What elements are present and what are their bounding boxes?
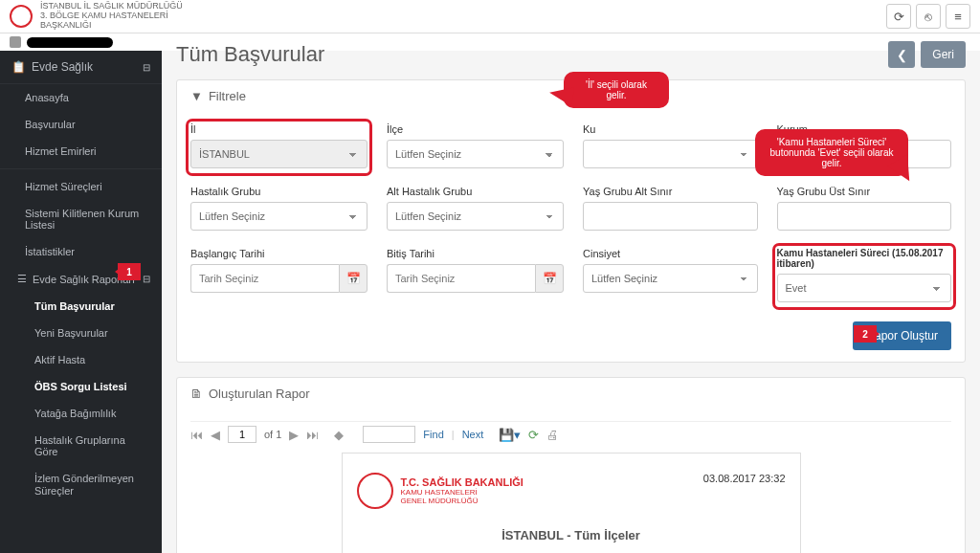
main-content: Tüm Başvurular ❮ Geri 'İl' seçili olarak… <box>162 33 980 553</box>
sidebar-item-aktif-hasta[interactable]: Aktif Hasta <box>0 346 162 373</box>
org-text: İSTANBUL İL SAĞLIK MÜDÜRLÜĞÜ 3. BÖLGE KA… <box>40 2 183 31</box>
label-kurumturu: Ku <box>583 123 758 135</box>
report-org-line1: T.C. SAĞLIK BAKANLIĞI <box>401 476 523 488</box>
first-page-icon[interactable]: ⏮ <box>190 428 203 442</box>
prev-page-icon[interactable]: ◀ <box>211 428 220 442</box>
label-baslangic: Başlangıç Tarihi <box>190 248 368 259</box>
export-icon[interactable]: 💾▾ <box>499 428 521 442</box>
sidebar-item-istatistikler[interactable]: İstatistikler <box>0 238 162 265</box>
label-ilce: İlçe <box>387 123 564 135</box>
avatar <box>10 36 21 48</box>
select-hastalik[interactable]: Lütfen Seçiniz <box>190 202 368 231</box>
filter-panel: ▼ Filtrele İl İSTANBUL İlçe Lütfen Seçin… <box>176 79 966 363</box>
input-yasalt[interactable] <box>583 202 758 231</box>
report-title: İSTANBUL - Tüm İlçeler <box>357 528 786 542</box>
report-panel-header: 🗎 Oluşturulan Rapor <box>177 378 965 409</box>
sidebar-item-tum-basvurular[interactable]: Tüm Başvurular <box>0 293 162 320</box>
report-panel-title: Oluşturulan Rapor <box>209 387 310 401</box>
report-org-line3: GENEL MÜDÜRLÜĞÜ <box>401 497 523 505</box>
last-page-icon[interactable]: ⏭ <box>306 428 319 442</box>
select-althastalik[interactable]: Lütfen Seçiniz <box>387 202 564 231</box>
sidebar-group-evde-saglik[interactable]: 📋 Evde Sağlık ⊟ <box>0 51 162 84</box>
next-link[interactable]: Next <box>462 429 484 440</box>
filter-panel-title: Filtrele <box>209 89 246 103</box>
select-ilce[interactable]: Lütfen Seçiniz <box>387 140 564 168</box>
list-icon: ☰ <box>17 273 27 285</box>
label-hastalik: Hastalık Grubu <box>190 186 368 197</box>
label-il: İl <box>190 123 368 135</box>
back-button[interactable]: ❮ <box>888 41 915 68</box>
report-logo: T.C. SAĞLIK BAKANLIĞI KAMU HASTANELERİ G… <box>357 473 523 509</box>
clipboard-icon: 📋 <box>11 60 26 74</box>
print-icon[interactable]: 🖨 <box>546 428 559 442</box>
calendar-icon[interactable]: 📅 <box>535 264 564 293</box>
refresh-report-icon[interactable]: ⟳ <box>528 428 539 442</box>
sidebar-item-hizmet-surecleri[interactable]: Hizmet Süreçleri <box>0 173 162 200</box>
collapse-icon[interactable]: ⊟ <box>143 274 150 284</box>
label-kamu: Kamu Hastaneleri Süreci (15.08.2017 itib… <box>777 248 952 269</box>
page-number-input[interactable] <box>228 426 256 443</box>
org-info: İSTANBUL İL SAĞLIK MÜDÜRLÜĞÜ 3. BÖLGE KA… <box>10 2 183 31</box>
report-panel: 🗎 Oluşturulan Rapor ⏮ ◀ of 1 ▶ ⏭ ◆ Find … <box>176 377 966 553</box>
page-header-actions: ❮ Geri <box>888 41 966 68</box>
sidebar-item-obs-sorgu[interactable]: ÖBS Sorgu Listesi <box>0 373 162 400</box>
sidebar-group-label: Evde Sağlık <box>32 60 93 74</box>
report-toolbar: ⏮ ◀ of 1 ▶ ⏭ ◆ Find | Next 💾▾ ⟳ 🖨 <box>190 421 951 453</box>
report-page: T.C. SAĞLIK BAKANLIĞI KAMU HASTANELERİ G… <box>342 453 801 553</box>
sidebar-item-kilitlenen-kurum[interactable]: Sistemi Kilitlenen Kurum Listesi <box>0 200 162 238</box>
document-icon: 🗎 <box>190 387 203 401</box>
page-of: of 1 <box>264 429 281 440</box>
sidebar-item-anasayfa[interactable]: Anasayfa <box>0 84 162 111</box>
ministry-emblem-icon <box>357 473 393 509</box>
label-bitis: Bitiş Tarihi <box>387 248 564 259</box>
sidebar-item-hastalik-gruplarina[interactable]: Hastalık Gruplarına Göre <box>0 427 162 465</box>
sidebar: 📋 Evde Sağlık ⊟ Anasayfa Başvurular Hizm… <box>0 51 162 553</box>
sidebar-item-izlem-gonderilmeyen[interactable]: İzlem Gönderilmeyen Süreçler <box>0 465 162 505</box>
input-baslangic[interactable] <box>190 264 339 293</box>
logout-button[interactable]: ⎋ <box>916 4 941 29</box>
sidebar-item-yataga-bagimlilik[interactable]: Yatağa Bağımlılık <box>0 400 162 427</box>
sidebar-item-yeni-basvurular[interactable]: Yeni Başvurular <box>0 320 162 346</box>
report-org-line2: KAMU HASTANELERİ <box>401 488 523 497</box>
topbar: İSTANBUL İL SAĞLIK MÜDÜRLÜĞÜ 3. BÖLGE KA… <box>0 0 980 33</box>
user-name-redacted <box>27 37 113 48</box>
marker-1: 1 <box>118 263 141 280</box>
select-kurumturu[interactable] <box>583 140 758 168</box>
callout-kamu: 'Kamu Hastaneleri Süreci' butonunda 'Eve… <box>755 129 908 176</box>
stop-icon[interactable]: ◆ <box>334 428 344 442</box>
label-althastalik: Alt Hastalık Grubu <box>387 186 564 197</box>
filter-icon: ▼ <box>190 89 203 103</box>
select-cinsiyet[interactable]: Lütfen Seçiniz <box>583 264 758 293</box>
label-cinsiyet: Cinsiyet <box>583 248 758 259</box>
calendar-icon[interactable]: 📅 <box>339 264 368 293</box>
report-date: 03.08.2017 23:32 <box>703 473 786 484</box>
callout-il: 'İl' seçili olarak gelir. <box>564 72 669 108</box>
select-il[interactable]: İSTANBUL <box>190 140 368 168</box>
sidebar-item-hizmet-emirleri[interactable]: Hizmet Emirleri <box>0 138 162 165</box>
label-yasalt: Yaş Grubu Alt Sınır <box>583 186 758 197</box>
find-link[interactable]: Find <box>423 429 443 440</box>
page-title: Tüm Başvurular <box>176 42 324 67</box>
input-bitis[interactable] <box>387 264 535 293</box>
geri-button[interactable]: Geri <box>921 41 966 68</box>
topbar-actions: ⟳ ⎋ ≡ <box>886 4 970 29</box>
menu-button[interactable]: ≡ <box>946 4 970 29</box>
sidebar-item-basvurular[interactable]: Başvurular <box>0 111 162 138</box>
marker-2: 2 <box>854 325 877 343</box>
input-yasust[interactable] <box>777 202 952 231</box>
report-search-input[interactable] <box>363 426 415 443</box>
next-page-icon[interactable]: ▶ <box>289 428 299 442</box>
collapse-icon[interactable]: ⊟ <box>143 62 150 73</box>
logo-icon <box>10 5 33 28</box>
select-kamu[interactable]: Evet <box>777 274 952 302</box>
label-yasust: Yaş Grubu Üst Sınır <box>777 186 952 197</box>
refresh-button[interactable]: ⟳ <box>886 4 911 29</box>
org-line3: BAŞKANLIĞI <box>40 21 183 31</box>
